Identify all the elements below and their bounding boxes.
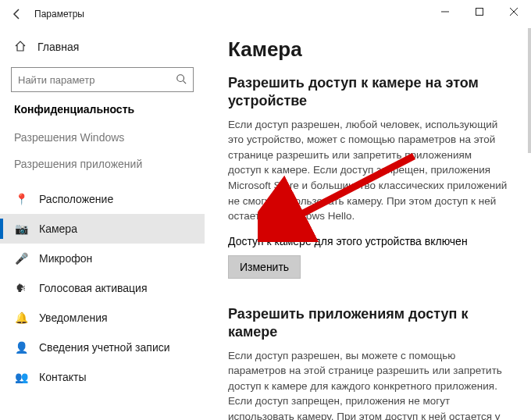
sidebar-item-label: Камера xyxy=(39,222,77,235)
maximize-button[interactable] xyxy=(462,0,497,23)
close-button[interactable] xyxy=(497,0,531,23)
sidebar: Главная Конфиденциальность Разрешения Wi… xyxy=(0,28,205,420)
svg-line-5 xyxy=(184,80,187,84)
svg-rect-1 xyxy=(476,9,483,16)
bell-icon: 🔔 xyxy=(14,311,28,324)
category-header: Конфиденциальность xyxy=(0,103,205,116)
main-content: Камера Разрешить доступ к камере на этом… xyxy=(205,28,531,420)
sidebar-item-label: Уведомления xyxy=(39,311,108,324)
arrow-left-icon xyxy=(11,8,23,20)
sidebar-item-account-info[interactable]: 👤 Сведения учетной записи xyxy=(0,333,205,362)
search-box[interactable] xyxy=(11,67,194,92)
home-label: Главная xyxy=(37,41,79,53)
sidebar-item-contacts[interactable]: 👥 Контакты xyxy=(0,362,205,392)
search-input[interactable] xyxy=(18,74,176,86)
sidebar-item-label: Контакты xyxy=(39,371,86,383)
search-icon xyxy=(176,73,187,87)
sidebar-item-voice-activation[interactable]: 🗣 Голосовая активация xyxy=(0,273,205,303)
sidebar-item-label: Голосовая активация xyxy=(39,282,148,294)
group-app-permissions: Разрешения приложений xyxy=(0,158,205,170)
change-button[interactable]: Изменить xyxy=(228,255,301,279)
account-icon: 👤 xyxy=(14,341,28,354)
sidebar-item-camera[interactable]: 📷 Камера xyxy=(0,214,205,244)
sidebar-item-label: Расположение xyxy=(39,193,113,205)
voice-icon: 🗣 xyxy=(14,282,28,294)
window-title: Параметры xyxy=(34,9,84,20)
close-icon xyxy=(510,8,518,16)
titlebar: Параметры xyxy=(0,0,531,28)
contacts-icon: 👥 xyxy=(14,371,28,383)
microphone-icon: 🎤 xyxy=(14,252,28,265)
maximize-icon xyxy=(476,8,483,16)
back-button[interactable] xyxy=(5,2,30,27)
sidebar-item-label: Микрофон xyxy=(39,252,92,265)
location-icon: 📍 xyxy=(14,193,28,205)
section-device-access-body: Если доступ разрешен, любой человек, исп… xyxy=(228,117,508,224)
camera-icon: 📷 xyxy=(14,222,28,235)
group-windows-permissions: Разрешения Windows xyxy=(0,131,205,144)
sidebar-item-microphone[interactable]: 🎤 Микрофон xyxy=(0,244,205,273)
minimize-button[interactable] xyxy=(428,0,462,23)
home-link[interactable]: Главная xyxy=(0,33,205,61)
home-icon xyxy=(14,40,27,55)
device-access-status: Доступ к камере для этого устройства вкл… xyxy=(228,235,508,247)
scrollbar[interactable] xyxy=(528,28,531,153)
sidebar-item-location[interactable]: 📍 Расположение xyxy=(0,184,205,214)
svg-point-4 xyxy=(177,74,184,81)
section-device-access-title: Разрешить доступ к камере на этом устрой… xyxy=(228,74,508,111)
minimize-icon xyxy=(441,8,449,16)
page-title: Камера xyxy=(228,37,508,62)
sidebar-item-notifications[interactable]: 🔔 Уведомления xyxy=(0,303,205,333)
section-app-access-body: Если доступ разрешен, вы можете с помощь… xyxy=(228,348,508,421)
section-app-access-title: Разрешить приложениям доступ к камере xyxy=(228,305,508,342)
sidebar-item-label: Сведения учетной записи xyxy=(39,341,170,354)
